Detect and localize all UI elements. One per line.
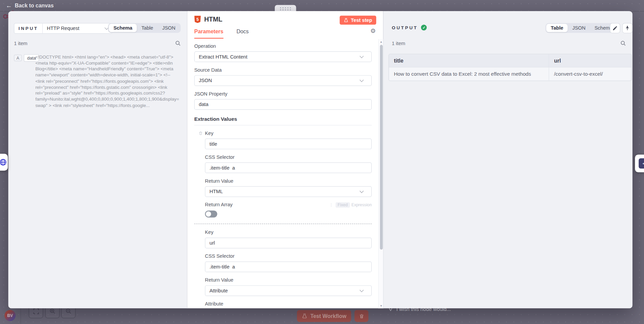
trash-icon — [359, 313, 364, 319]
operation-select[interactable]: Extract HTML Content — [194, 51, 372, 62]
source-data-value: JSON — [199, 78, 212, 83]
input-source-value: HTTP Request — [43, 26, 105, 31]
return-value-label: Return Value — [205, 178, 372, 184]
input-tab-json[interactable]: JSON — [158, 24, 180, 32]
top-bar: ← Back to canvas — [0, 0, 644, 11]
column-header-url: url — [549, 54, 632, 67]
input-view-switcher: Schema Table JSON — [108, 23, 181, 33]
cell-title: How to convert CSV data to Excel: 2 most… — [389, 67, 549, 80]
success-check-icon: ✓ — [421, 25, 427, 30]
return-array-label: Return Array — [205, 202, 232, 208]
scrollbar-thumb[interactable] — [380, 45, 383, 250]
return-value-select[interactable]: Attribute — [205, 285, 372, 296]
input-tab-table[interactable]: Table — [137, 24, 158, 32]
output-search-icon[interactable] — [620, 40, 626, 46]
test-step-button[interactable]: Test step — [340, 15, 376, 25]
parameters-scroll-area: Operation Extract HTML Content Source Da… — [187, 39, 379, 308]
delete-node-button[interactable] — [354, 310, 369, 322]
drag-dots-icon: ⋮ — [329, 203, 333, 207]
output-panel: OUTPUT ✓ Table JSON Schema 1 item title … — [383, 11, 633, 309]
node-settings-panel: 5 HTML Test step Parameters Docs ⚙ Opera… — [187, 11, 383, 309]
app-root: BV Test Workflow I wish this node would.… — [0, 0, 644, 324]
key-input[interactable]: url — [205, 238, 372, 248]
input-source-select[interactable]: INPUT HTTP Request — [14, 23, 113, 34]
extraction-divider — [194, 224, 372, 224]
avatar[interactable]: BV — [4, 310, 15, 321]
output-table: title url How to convert CSV data to Exc… — [389, 54, 632, 81]
output-node-peek[interactable]: </ — [635, 155, 644, 173]
fixed-option[interactable]: Fixed — [336, 202, 350, 208]
output-items-count: 1 item — [392, 41, 405, 46]
drag-dots-icon — [280, 7, 291, 10]
chevron-down-icon — [359, 189, 363, 193]
chevron-down-icon — [359, 288, 363, 292]
back-label: Back to canvas — [15, 2, 54, 8]
node-settings-gear-icon[interactable]: ⚙ — [370, 28, 376, 34]
input-items-count: 1 item — [14, 41, 28, 46]
pin-icon — [625, 26, 630, 31]
test-workflow-button[interactable]: Test Workflow — [297, 310, 351, 322]
column-header-title: title — [389, 54, 549, 67]
tab-docs[interactable]: Docs — [237, 28, 249, 39]
node-detail-view: INPUT HTTP Request Schema Table JSON 1 i… — [8, 11, 632, 309]
css-selector-label: CSS Selector — [205, 253, 372, 259]
return-value-select[interactable]: HTML — [205, 186, 372, 197]
pencil-icon — [612, 26, 618, 31]
input-node-peek[interactable] — [0, 154, 8, 171]
node-title: HTML — [204, 15, 222, 23]
input-label: INPUT — [18, 26, 38, 31]
input-search-icon[interactable] — [175, 40, 181, 46]
output-view-switcher: Table JSON Schema — [546, 23, 618, 33]
parameters-scrollbar[interactable]: ▲ ▼ — [378, 39, 383, 308]
test-step-label: Test step — [351, 17, 372, 23]
zoom-in-icon — [49, 308, 56, 315]
remove-extraction-icon[interactable] — [199, 131, 203, 136]
field-type-badge: A — [14, 55, 22, 62]
key-label: Key — [205, 229, 372, 235]
fit-view-icon — [33, 308, 39, 315]
html5-node-icon: 5 — [194, 15, 201, 23]
cell-url: /convert-csv-to-excel/ — [549, 67, 632, 80]
tab-parameters[interactable]: Parameters — [194, 28, 223, 39]
table-header-row: title url — [389, 54, 631, 67]
code-node-icon: </ — [639, 158, 644, 169]
operation-label: Operation — [194, 43, 372, 49]
operation-value: Extract HTML Content — [199, 54, 248, 60]
return-value-label: Return Value — [205, 277, 372, 283]
key-input[interactable]: title — [205, 139, 372, 149]
json-property-input[interactable]: data — [194, 99, 372, 110]
return-value-value: Attribute — [210, 288, 228, 293]
fixed-expression-switch[interactable]: ⋮ Fixed Expression — [329, 202, 372, 208]
zoom-out-icon — [65, 308, 72, 315]
globe-icon — [0, 158, 7, 166]
pin-data-button[interactable] — [622, 23, 633, 33]
chevron-down-icon — [359, 54, 363, 58]
input-panel: INPUT HTTP Request Schema Table JSON 1 i… — [8, 11, 187, 309]
key-label: Key — [205, 130, 213, 136]
input-tab-schema[interactable]: Schema — [109, 24, 137, 32]
css-selector-label: CSS Selector — [205, 154, 372, 160]
back-to-canvas-button[interactable]: ← Back to canvas — [6, 2, 54, 8]
source-data-label: Source Data — [194, 67, 372, 73]
source-data-select[interactable]: JSON — [194, 75, 372, 86]
css-selector-input[interactable]: .item-title a — [205, 261, 372, 272]
toggle-knob — [206, 211, 211, 217]
extraction-values-heading: Extraction Values — [194, 116, 372, 125]
output-label: OUTPUT — [392, 25, 418, 30]
flask-icon — [344, 18, 348, 23]
output-tab-table[interactable]: Table — [546, 24, 568, 32]
chevron-down-icon — [359, 78, 363, 82]
table-row: How to convert CSV data to Excel: 2 most… — [389, 67, 631, 80]
output-tab-json[interactable]: JSON — [568, 24, 590, 32]
json-property-label: JSON Property — [194, 91, 372, 97]
edit-output-button[interactable] — [610, 23, 620, 33]
flask-icon — [302, 313, 307, 319]
expression-option[interactable]: Expression — [351, 203, 372, 207]
return-value-value: HTML — [210, 189, 223, 194]
attribute-label: Attribute — [205, 301, 372, 307]
css-selector-input[interactable]: .item-title a — [205, 163, 372, 173]
field-value-text: <!DOCTYPE html> <html lang="en"> <head> … — [35, 54, 181, 108]
return-array-toggle[interactable] — [205, 211, 217, 218]
back-arrow-icon: ← — [6, 2, 12, 8]
test-workflow-label: Test Workflow — [310, 313, 346, 319]
